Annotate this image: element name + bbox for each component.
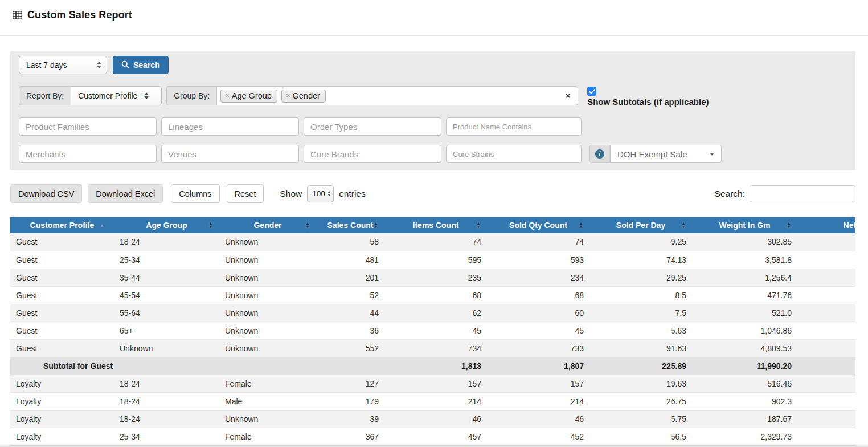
cell-customer-profile: Loyalty (10, 392, 114, 410)
table-row: Loyalty18-24Male17921421426.75902.3 (10, 392, 855, 410)
group-by-tag-age-group[interactable]: ×Age Group (220, 90, 277, 103)
doh-exempt-select[interactable]: DOH Exempt Sale (610, 145, 722, 163)
cell-sold-qty-count: 733 (487, 339, 589, 357)
cell-gender: Unknown (219, 233, 316, 251)
cell-net-amount (797, 428, 855, 445)
download-csv-button[interactable]: Download CSV (10, 184, 82, 203)
report-by-select[interactable]: Customer Profile (71, 86, 162, 105)
cell-customer-profile: Guest (10, 286, 114, 304)
venues-input[interactable] (161, 145, 299, 163)
cell-sold-per-day: 91.63 (589, 339, 692, 357)
cell-gender: Unknown (219, 304, 316, 322)
cell-weight-in-gm: 1,046.86 (692, 322, 797, 339)
page-size-select[interactable]: 100 (307, 185, 334, 202)
reset-button[interactable]: Reset (227, 184, 264, 203)
table-search-input[interactable] (750, 185, 855, 202)
table-row: Guest18-24Unknown5874749.25302.85 (10, 233, 855, 251)
col-header-sold-per-day[interactable]: Sold Per Day▲▼ (589, 217, 692, 233)
col-label: Sold Qty Count (509, 221, 567, 230)
cell-weight-in-gm: 2,329.73 (692, 428, 797, 445)
show-subtotals-checkbox[interactable] (587, 87, 596, 96)
core-brands-input[interactable] (304, 145, 441, 163)
page-title: Custom Sales Report (27, 9, 132, 21)
col-header-age-group[interactable]: Age Group▲▼ (114, 217, 219, 233)
col-header-net-amount[interactable]: Net Amount▲▼ (797, 217, 855, 233)
order-types-input[interactable] (304, 117, 441, 136)
cell-age-group: 18-24 (114, 375, 219, 392)
col-header-sold-qty-count[interactable]: Sold Qty Count▲▼ (487, 217, 589, 233)
table-toolbar: Download CSV Download Excel Columns Rese… (10, 184, 855, 203)
cell-customer-profile: Loyalty (10, 410, 114, 428)
cell-customer-profile: Guest (10, 233, 114, 251)
remove-tag-icon[interactable]: × (286, 92, 290, 99)
cell-age-group: 55-64 (114, 304, 219, 322)
col-label: Customer Profile (30, 221, 95, 230)
subtotal-cell: 1,807 (487, 357, 589, 375)
col-label: Age Group (146, 221, 187, 230)
sort-both-icon: ▲▼ (305, 221, 310, 230)
cell-sales-count: 481 (316, 251, 384, 269)
show-subtotals-block: Show Subtotals (if applicable) (587, 86, 709, 107)
col-header-gender[interactable]: Gender▲▼ (219, 217, 316, 233)
page-size-group: Show 100 entries (280, 185, 365, 202)
cell-age-group: 18-24 (114, 410, 219, 428)
group-by-tag-gender[interactable]: ×Gender (281, 90, 326, 103)
group-by-input[interactable]: ×Age Group×Gender × (216, 86, 578, 105)
table-row: Guest25-34Unknown48159559374.133,581.8 (10, 251, 855, 269)
cell-weight-in-gm: 302.85 (692, 233, 797, 251)
sort-both-icon: ▲▼ (579, 221, 583, 230)
remove-tag-icon[interactable]: × (225, 92, 230, 99)
sort-both-icon: ▲▼ (374, 221, 378, 230)
cell-weight-in-gm: 521.0 (692, 304, 797, 322)
cell-sales-count: 44 (316, 304, 384, 322)
cell-age-group: 25-34 (114, 428, 219, 445)
product-families-input[interactable] (19, 117, 157, 136)
doh-info-button[interactable]: i (589, 145, 610, 163)
table-header-row: Customer Profile▲Age Group▲▼Gender▲▼Sale… (10, 217, 855, 233)
cell-sold-per-day: 8.5 (589, 286, 692, 304)
table-search-label: Search: (715, 189, 745, 199)
report-table-wrap: Customer Profile▲Age Group▲▼Gender▲▼Sale… (10, 217, 855, 446)
cell-sales-count: 179 (316, 392, 384, 410)
search-button[interactable]: Search (113, 56, 169, 74)
col-label: Weight In Gm (719, 221, 771, 230)
cell-customer-profile: Guest (10, 339, 114, 357)
cell-sold-per-day: 5.75 (589, 410, 692, 428)
filter-row-date: Last 7 days Search (19, 56, 847, 74)
cell-net-amount (797, 251, 855, 269)
cell-items-count: 595 (384, 251, 487, 269)
sort-asc-icon: ▲ (99, 222, 105, 229)
product-name-contains-input[interactable] (446, 117, 582, 136)
merchants-input[interactable] (19, 145, 157, 163)
cell-sold-per-day: 26.75 (589, 392, 692, 410)
group-by-group: Group By: ×Age Group×Gender × (166, 86, 578, 105)
cell-customer-profile: Loyalty (10, 428, 114, 445)
col-header-customer-profile[interactable]: Customer Profile▲ (10, 217, 114, 233)
filter-row-grouping: Report By: Customer Profile Group By: ×A… (19, 86, 847, 107)
cell-net-amount (797, 410, 855, 428)
col-header-weight-in-gm[interactable]: Weight In Gm▲▼ (692, 217, 797, 233)
cell-sold-qty-count: 46 (487, 410, 589, 428)
subtotal-cell: 225.89 (589, 357, 692, 375)
lineages-input[interactable] (161, 117, 299, 136)
stepper-icon (327, 191, 331, 197)
core-strains-input[interactable] (446, 145, 582, 163)
cell-gender: Unknown (219, 410, 316, 428)
show-subtotals-label: Show Subtotals (if applicable) (587, 97, 709, 107)
group-by-label: Group By: (166, 86, 216, 105)
sort-both-icon: ▲▼ (476, 221, 481, 230)
date-range-select[interactable]: Last 7 days (19, 56, 107, 74)
col-header-sales-count[interactable]: Sales Count▲▼ (316, 217, 384, 233)
cell-gender: Unknown (219, 251, 316, 269)
cell-sold-qty-count: 157 (487, 375, 589, 392)
subtotal-cell: 11,990.20 (692, 357, 797, 375)
col-header-items-count[interactable]: Items Count▲▼ (384, 217, 487, 233)
download-excel-button[interactable]: Download Excel (88, 184, 163, 203)
cell-sold-per-day: 5.63 (589, 322, 692, 339)
columns-button[interactable]: Columns (171, 184, 219, 203)
cell-age-group: Unknown (114, 339, 219, 357)
cell-sold-qty-count: 234 (487, 269, 589, 286)
group-by-clear-icon[interactable]: × (566, 91, 570, 100)
cell-gender: Unknown (219, 286, 316, 304)
cell-sold-qty-count: 60 (487, 304, 589, 322)
